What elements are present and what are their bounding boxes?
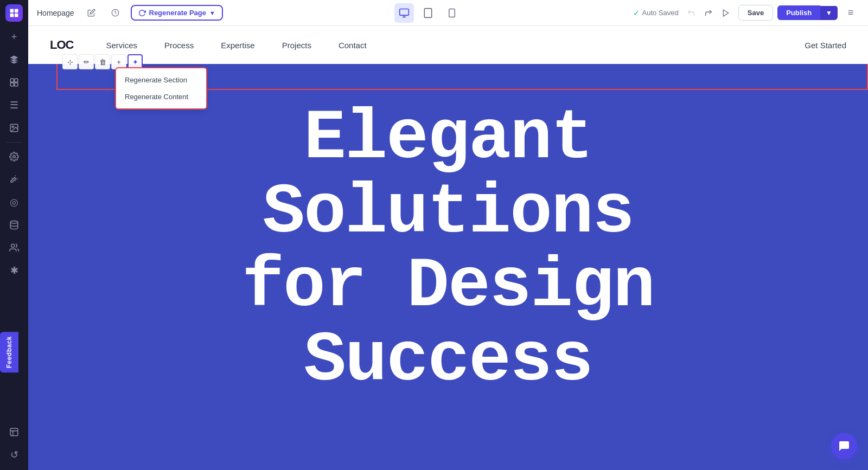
hero-line4: Success [304, 321, 592, 401]
mobile-view-btn[interactable] [442, 3, 462, 23]
delete-tool-btn[interactable]: 🗑 [95, 54, 110, 69]
hero-line1: Elegant [304, 99, 592, 178]
sidebar-list-icon[interactable]: ☰ [3, 94, 25, 116]
edit-icon-btn[interactable] [83, 4, 100, 22]
nav-cta[interactable]: Get Started [805, 41, 846, 50]
desktop-view-btn[interactable] [394, 3, 414, 23]
sidebar-history-icon[interactable]: ↺ [3, 444, 25, 466]
topbar: Homepage Regenerate Page ▼ ✓ [28, 0, 868, 26]
svg-point-10 [13, 156, 16, 158]
hero-line2: Solutions [263, 173, 634, 253]
feedback-tab[interactable]: Feedback [0, 332, 18, 372]
check-icon: ✓ [633, 9, 640, 17]
svg-rect-15 [399, 9, 409, 15]
canvas-area: LOC Services Process Expertise Projects … [28, 26, 868, 470]
sidebar-wand-icon[interactable] [3, 169, 25, 190]
preview-logo: LOC [50, 38, 73, 52]
svg-point-9 [12, 126, 14, 127]
svg-marker-18 [723, 10, 728, 16]
svg-rect-3 [15, 14, 18, 17]
redo-btn[interactable] [700, 5, 717, 21]
preview-play-btn[interactable] [718, 5, 734, 21]
svg-rect-5 [15, 79, 18, 82]
app-logo[interactable] [5, 4, 23, 22]
svg-rect-6 [10, 83, 14, 86]
sidebar-divider-1 [6, 142, 22, 143]
topbar-right: ✓ Auto Saved Save Publish ▼ ≡ [633, 4, 859, 22]
svg-rect-1 [15, 9, 18, 13]
sidebar-integration-icon[interactable]: ✱ [3, 260, 25, 281]
view-toggle-group [229, 3, 627, 23]
sidebar-team-icon[interactable] [3, 237, 25, 259]
edit-tool-btn[interactable]: ✏ [79, 54, 94, 69]
hero-line3: for Design [242, 247, 654, 326]
publish-btn-group: Publish ▼ [777, 5, 838, 20]
auto-saved-status: ✓ Auto Saved [633, 9, 679, 17]
svg-point-11 [10, 221, 18, 224]
sidebar-settings-icon[interactable] [3, 146, 25, 168]
nav-link-contact[interactable]: Contact [339, 41, 367, 50]
preview-nav-links: Services Process Expertise Projects Cont… [106, 41, 805, 50]
publish-main-btn[interactable]: Publish [777, 5, 820, 20]
chat-bubble[interactable] [831, 433, 857, 459]
undo-redo-group [683, 5, 734, 21]
regenerate-dropdown: Regenerate Section Regenerate Content [115, 67, 207, 110]
nav-link-expertise[interactable]: Expertise [221, 41, 255, 50]
nav-link-projects[interactable]: Projects [282, 41, 311, 50]
sidebar-add-icon[interactable]: + [3, 26, 25, 48]
page-name: Homepage [37, 9, 74, 17]
svg-rect-2 [10, 14, 14, 17]
sidebar-image-icon[interactable] [3, 117, 25, 139]
svg-rect-13 [10, 428, 18, 436]
sidebar-components-icon[interactable] [3, 72, 25, 93]
nav-link-services[interactable]: Services [106, 41, 137, 50]
sidebar-badge-icon[interactable]: ◎ [3, 191, 25, 213]
main-wrapper: Homepage Regenerate Page ▼ ✓ [28, 0, 868, 470]
sidebar-layers-icon[interactable] [3, 49, 25, 70]
save-btn[interactable]: Save [738, 5, 773, 21]
preview-navbar: LOC Services Process Expertise Projects … [28, 26, 868, 64]
tablet-view-btn[interactable] [418, 3, 438, 23]
hero-text: Elegant Solutions for Design Success [28, 102, 868, 398]
regenerate-page-btn[interactable]: Regenerate Page ▼ [131, 5, 223, 21]
publish-chevron-btn[interactable]: ▼ [820, 6, 838, 20]
sidebar-pages-icon[interactable] [3, 421, 25, 443]
sidebar-database-icon[interactable] [3, 214, 25, 236]
menu-btn[interactable]: ≡ [842, 4, 859, 22]
history-btn[interactable] [107, 4, 124, 22]
svg-rect-4 [10, 79, 14, 82]
move-tool-btn[interactable]: ⊹ [62, 54, 78, 69]
regenerate-btn-label: Regenerate Page [149, 9, 207, 17]
nav-link-process[interactable]: Process [164, 41, 194, 50]
regenerate-chevron: ▼ [209, 10, 215, 16]
svg-rect-0 [10, 9, 14, 13]
undo-btn[interactable] [683, 5, 699, 21]
svg-rect-7 [15, 83, 18, 86]
auto-saved-label: Auto Saved [642, 9, 679, 17]
left-sidebar: + ☰ ◎ ✱ ↺ Feedback [0, 0, 28, 470]
feedback-label[interactable]: Feedback [0, 332, 18, 372]
dropdown-item-regenerate-content[interactable]: Regenerate Content [116, 88, 206, 105]
svg-point-12 [11, 244, 15, 247]
dropdown-item-regenerate-section[interactable]: Regenerate Section [116, 72, 206, 88]
